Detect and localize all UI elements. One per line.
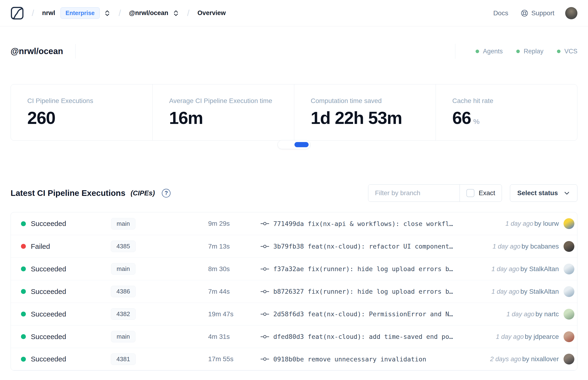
time-ago: 1 day ago: [492, 266, 520, 272]
branch-badge: main: [111, 331, 135, 342]
author-avatar: [564, 309, 574, 320]
section-title-suffix: (CIPEs): [131, 189, 155, 197]
status-dot-icon: [21, 221, 26, 226]
commit-message: b8726327 fix(runner): hide log upload er…: [273, 288, 453, 295]
divider: [75, 44, 76, 58]
stat-label: CI Pipeline Executions: [27, 97, 152, 105]
git-commit-icon: [260, 311, 269, 317]
stats-card-row: CI Pipeline Executions 260 Average CI Pi…: [11, 84, 577, 141]
branch-badge: 4381: [111, 353, 136, 365]
status-dot-icon: [21, 357, 26, 362]
stat-value: 1d 22h 53m: [311, 108, 436, 128]
commit-message: 0918b0be remove unnecessary invalidation: [273, 356, 426, 363]
breadcrumb-separator: /: [187, 8, 190, 18]
date-range-toggle: [278, 140, 310, 149]
nx-cloud-logo-icon[interactable]: [11, 7, 24, 20]
stat-card: CI Pipeline Executions 260: [11, 84, 152, 140]
help-icon[interactable]: ?: [162, 189, 171, 197]
duration: 7m 44s: [148, 288, 260, 295]
chevron-down-icon: [564, 190, 570, 196]
status-dot-icon: [21, 334, 26, 339]
branch-filter-input[interactable]: [368, 185, 460, 202]
breadcrumb-workspace[interactable]: @nrwl/ocean: [129, 9, 168, 17]
git-commit-icon: [260, 334, 269, 340]
time-ago: 1 day ago: [493, 243, 520, 250]
author: by nartc: [535, 310, 559, 318]
cipe-row[interactable]: Succeeded main 8m 30s f37a32ae fix(runne…: [11, 258, 577, 280]
commit-message: 2d58f6d3 feat(nx-cloud): PermissionError…: [273, 310, 453, 318]
author: by nixallover: [522, 355, 559, 362]
git-commit-icon: [260, 356, 269, 362]
status-text: Succeeded: [31, 333, 66, 341]
support-label: Support: [531, 9, 554, 17]
time-ago: 1 day ago: [492, 288, 520, 295]
stat-card: Computation time saved 1d 22h 53m: [294, 84, 436, 140]
legend-item-vcs: VCS: [557, 48, 577, 55]
branch-badge: main: [111, 263, 135, 275]
life-buoy-icon: [520, 9, 529, 17]
author-avatar: [564, 264, 574, 274]
status-select[interactable]: Select status: [510, 184, 577, 202]
support-link[interactable]: Support: [520, 9, 554, 17]
duration: 17m 55s: [148, 355, 260, 363]
author: by bcabanes: [521, 243, 559, 250]
author: by jdpearce: [525, 333, 559, 340]
stat-value: 260: [27, 108, 152, 128]
cipe-section-header: Latest CI Pipeline Executions (CIPEs) ? …: [11, 184, 577, 202]
status-dot-icon: [475, 50, 479, 53]
status-dot-icon: [557, 50, 560, 53]
breadcrumb-page: Overview: [198, 9, 226, 17]
duration: 19m 47s: [148, 310, 260, 318]
page-title: @nrwl/ocean: [11, 46, 63, 56]
author: by lourw: [534, 220, 559, 227]
duration: 7m 13s: [148, 243, 260, 250]
status-text: Succeeded: [31, 220, 66, 228]
cipe-row[interactable]: Succeeded 4382 19m 47s 2d58f6d3 feat(nx-…: [11, 303, 577, 325]
cipe-row[interactable]: Succeeded 4381 17m 55s 0918b0be remove u…: [11, 348, 577, 370]
branch-filter-group: Exact: [368, 184, 502, 202]
breadcrumb-org[interactable]: nrwl: [42, 9, 55, 17]
status-text: Succeeded: [31, 265, 66, 273]
breadcrumb: / nrwl Enterprise / @nrwl/ocean / Overvi…: [11, 7, 226, 20]
breadcrumb-separator: /: [118, 8, 121, 18]
cipe-row[interactable]: Failed 4385 7m 13s 3b79fb38 feat(nx-clou…: [11, 235, 577, 258]
org-switcher-chevron-icon[interactable]: [104, 9, 111, 17]
status-dot-icon: [516, 50, 520, 53]
cipe-table: Succeeded main 9m 29s 771499da fix(nx-ap…: [11, 212, 577, 371]
author: by StalkAltan: [520, 265, 559, 272]
commit-message: 771499da fix(nx-api & workflows): close …: [273, 220, 453, 228]
branch-badge: main: [111, 218, 135, 229]
divider: [455, 44, 455, 59]
docs-link[interactable]: Docs: [493, 9, 508, 17]
commit-message: dfed80d3 feat(nx-cloud): add time-saved …: [273, 333, 453, 340]
stat-label: Computation time saved: [311, 97, 436, 105]
cipe-row[interactable]: Succeeded main 9m 29s 771499da fix(nx-ap…: [11, 212, 577, 235]
range-option-30-days[interactable]: [294, 142, 309, 147]
nx-cloud-dashboard: / nrwl Enterprise / @nrwl/ocean / Overvi…: [0, 0, 588, 380]
cipe-row[interactable]: Succeeded main 4m 31s dfed80d3 feat(nx-c…: [11, 325, 577, 348]
exact-checkbox[interactable]: [466, 189, 474, 197]
stat-card: Cache hit rate 66%: [436, 84, 577, 140]
range-option-7-days[interactable]: [279, 142, 294, 147]
status-dot-icon: [21, 244, 26, 249]
user-avatar[interactable]: [565, 7, 577, 19]
status-select-label: Select status: [517, 189, 558, 197]
branch-badge: 4382: [111, 308, 136, 320]
legend-item-agents: Agents: [475, 48, 503, 55]
author: by StalkAltan: [520, 288, 559, 295]
cipe-row[interactable]: Succeeded 4386 7m 44s b8726327 fix(runne…: [11, 280, 577, 303]
stat-value: 66%: [452, 108, 577, 128]
exact-label: Exact: [479, 189, 495, 197]
status-text: Succeeded: [31, 287, 66, 296]
workspace-switcher-chevron-icon[interactable]: [173, 9, 179, 17]
author-avatar: [564, 331, 574, 342]
status-text: Succeeded: [31, 355, 66, 363]
duration: 8m 30s: [148, 265, 260, 273]
stat-label: Cache hit rate: [452, 97, 577, 105]
enterprise-badge[interactable]: Enterprise: [60, 7, 100, 19]
top-nav: / nrwl Enterprise / @nrwl/ocean / Overvi…: [0, 0, 588, 26]
exact-filter: Exact: [460, 185, 502, 202]
breadcrumb-separator: /: [32, 8, 34, 18]
author-avatar: [564, 218, 574, 229]
author-avatar: [564, 241, 574, 252]
